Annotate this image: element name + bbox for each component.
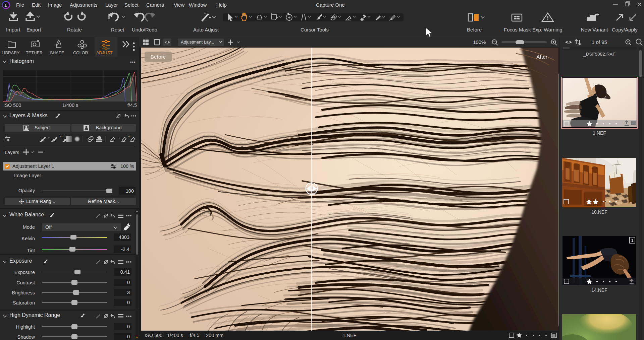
- svg-text:Before: Before: [151, 54, 166, 60]
- svg-text:After: After: [536, 54, 547, 60]
- svg-text:AI: AI: [127, 135, 130, 138]
- svg-text:1: 1: [631, 238, 633, 243]
- svg-text:AI: AI: [60, 135, 62, 138]
